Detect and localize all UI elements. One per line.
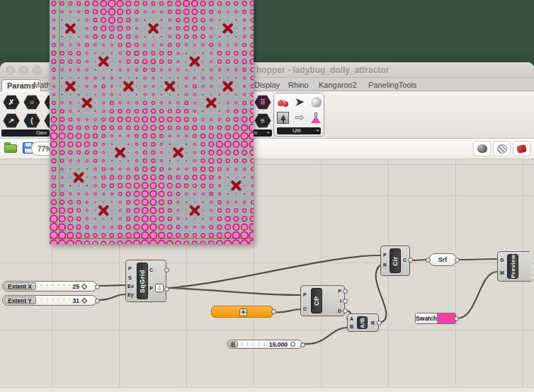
preview-input-g[interactable]: G bbox=[500, 258, 504, 263]
slider-value: 15.000 bbox=[269, 340, 288, 348]
cp-input-p[interactable]: P bbox=[303, 292, 307, 298]
cir-c-nub[interactable] bbox=[408, 258, 413, 263]
slider-label: Extent Y bbox=[4, 296, 36, 304]
wire-pt-cp[interactable] bbox=[274, 309, 300, 312]
swatch-label: Swatch bbox=[416, 313, 438, 323]
pt-param[interactable]: ✛ bbox=[211, 306, 273, 318]
sqgrid-label: SqGrid bbox=[137, 263, 148, 299]
srf-input-nub[interactable] bbox=[426, 258, 431, 263]
slider-label: Extent X bbox=[4, 282, 36, 290]
sqgrid-input-ex[interactable]: Ex bbox=[127, 284, 134, 289]
preview-label: Preview bbox=[507, 254, 518, 279]
b-output-nub[interactable] bbox=[300, 342, 305, 347]
sqgrid-input-s[interactable]: S bbox=[128, 275, 132, 281]
slider-value: 31 bbox=[73, 296, 79, 305]
slider-knob[interactable] bbox=[81, 284, 87, 289]
wire-b-ab[interactable] bbox=[305, 328, 347, 344]
sqgrid-output-p[interactable]: P bbox=[149, 286, 153, 292]
ab-r-nub[interactable] bbox=[377, 321, 382, 325]
sqgrid-output-c[interactable]: C bbox=[149, 267, 153, 273]
srf-label: Srf bbox=[438, 256, 448, 263]
ab-label: A/B bbox=[357, 316, 368, 329]
cp-label: CP bbox=[311, 288, 322, 313]
division-component[interactable]: A B A/B R bbox=[347, 313, 379, 332]
ab-input-a[interactable]: A bbox=[350, 316, 353, 322]
pt-output-nub[interactable] bbox=[271, 309, 276, 314]
swatch-color-well[interactable] bbox=[438, 313, 455, 323]
extent-x-slider[interactable]: Extent X 25 bbox=[2, 281, 97, 292]
wire-srf-preview[interactable] bbox=[458, 259, 497, 260]
slider-value: 25 bbox=[73, 282, 79, 291]
b-slider[interactable]: B 15.000 bbox=[227, 340, 302, 349]
extent-y-output-nub[interactable] bbox=[95, 299, 100, 304]
cp-output-d[interactable]: D bbox=[338, 309, 341, 314]
cir-label: Cir bbox=[390, 248, 401, 273]
srf-output-nub[interactable] bbox=[455, 258, 460, 263]
circle-component[interactable]: P R Cir C bbox=[380, 246, 410, 276]
dot-pattern bbox=[50, 0, 254, 244]
srf-param[interactable]: Srf bbox=[428, 253, 457, 266]
sqgrid-input-ey[interactable]: Ey bbox=[127, 292, 134, 298]
sqgrid-c-nub[interactable] bbox=[164, 267, 169, 272]
ab-output-r[interactable]: R bbox=[371, 321, 375, 326]
slider-knob[interactable] bbox=[290, 342, 295, 347]
cir-input-r[interactable]: R bbox=[383, 263, 387, 268]
sqgrid-component[interactable]: P S Ex Ey SqGrid C P ⇩ bbox=[125, 260, 166, 302]
cp-output-p[interactable]: P bbox=[338, 289, 341, 294]
preview-input-m[interactable]: M bbox=[500, 270, 504, 276]
ab-input-b[interactable]: B bbox=[350, 324, 353, 330]
cir-input-p[interactable]: P bbox=[383, 253, 387, 258]
closest-point-component[interactable]: P C CP P I D bbox=[300, 285, 345, 316]
swatch-output-nub[interactable] bbox=[454, 316, 459, 321]
flatten-icon[interactable]: ⇩ bbox=[155, 284, 164, 292]
extent-y-slider[interactable]: Extent Y 31 bbox=[2, 295, 97, 306]
rhino-viewport-overlay[interactable] bbox=[50, 0, 254, 244]
sqgrid-input-p[interactable]: P bbox=[128, 266, 132, 272]
slider-label: B bbox=[228, 341, 238, 347]
cp-d-nub[interactable] bbox=[343, 309, 348, 313]
wire-extenty-sqgrid[interactable] bbox=[99, 294, 125, 300]
sqgrid-p-nub[interactable] bbox=[164, 287, 169, 292]
extent-x-output-nub[interactable] bbox=[95, 284, 100, 289]
cp-output-i[interactable]: I bbox=[340, 299, 341, 304]
cp-input-c[interactable]: C bbox=[303, 306, 307, 312]
slider-knob[interactable] bbox=[81, 298, 87, 304]
screen: hopper - ladybug_doily_attractor Params … bbox=[0, 0, 534, 392]
cp-p-nub[interactable] bbox=[343, 289, 348, 294]
wire-extentx-sqgrid[interactable] bbox=[99, 285, 125, 286]
swatch-node[interactable]: Swatch bbox=[415, 313, 456, 324]
wire-sqgrid-cir[interactable] bbox=[169, 255, 380, 288]
cp-i-nub[interactable] bbox=[343, 299, 348, 304]
preview-component[interactable]: G M Preview bbox=[497, 251, 534, 282]
wire-sqgrid-cp[interactable] bbox=[169, 288, 300, 295]
wire-swatch-preview[interactable] bbox=[458, 272, 497, 318]
cir-output-c[interactable]: C bbox=[403, 258, 407, 263]
pt-param-icon: ✛ bbox=[239, 309, 247, 316]
